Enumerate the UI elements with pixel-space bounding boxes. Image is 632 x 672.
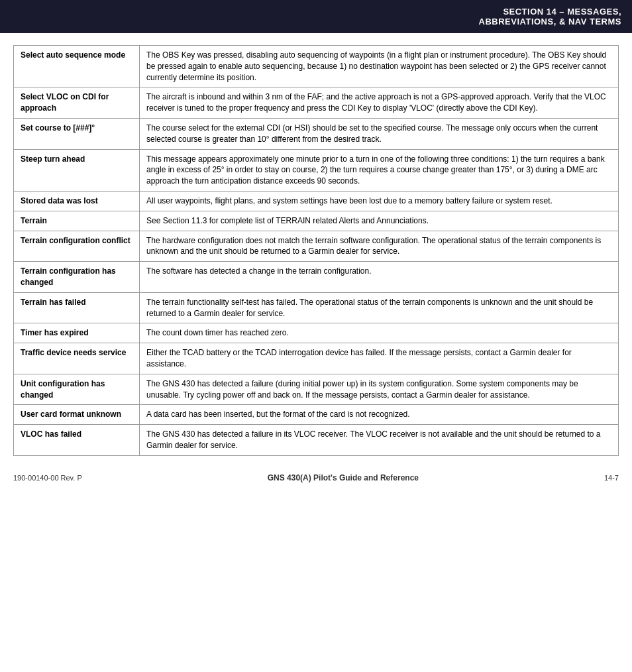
table-row: Select VLOC on CDI for approachThe aircr…: [14, 87, 619, 119]
table-row: VLOC has failedThe GNS 430 has detected …: [14, 425, 619, 456]
desc-cell: See Section 11.3 for complete list of TE…: [140, 211, 619, 231]
main-content: Select auto sequence modeThe OBS Key was…: [0, 33, 632, 463]
desc-cell: Either the TCAD battery or the TCAD inte…: [140, 343, 619, 374]
footer-right: 14-7: [604, 474, 619, 482]
table-row: Set course to [###]°The course select fo…: [14, 118, 619, 149]
table-row: Timer has expiredThe count down timer ha…: [14, 323, 619, 343]
table-row: Steep turn aheadThis message appears app…: [14, 149, 619, 191]
table-row: Terrain has failedThe terrain functional…: [14, 292, 619, 323]
term-cell: Select auto sequence mode: [14, 46, 140, 87]
desc-cell: This message appears approximately one m…: [140, 149, 619, 191]
header-line1: SECTION 14 – MESSAGES,: [11, 7, 621, 17]
desc-cell: The aircraft is inbound and within 3 nm …: [140, 87, 619, 119]
term-cell: Traffic device needs service: [14, 343, 140, 374]
term-cell: Timer has expired: [14, 323, 140, 343]
desc-cell: The hardware configuration does not matc…: [140, 231, 619, 262]
table-row: TerrainSee Section 11.3 for complete lis…: [14, 211, 619, 231]
term-cell: Terrain configuration has changed: [14, 262, 140, 293]
desc-cell: All user waypoints, flight plans, and sy…: [140, 191, 619, 211]
term-cell: Stored data was lost: [14, 191, 140, 211]
table-row: User card format unknownA data card has …: [14, 405, 619, 425]
table-row: Unit configuration has changedThe GNS 43…: [14, 374, 619, 405]
table-row: Terrain configuration conflictThe hardwa…: [14, 231, 619, 262]
term-cell: Unit configuration has changed: [14, 374, 140, 405]
table-row: Terrain configuration has changedThe sof…: [14, 262, 619, 293]
messages-table: Select auto sequence modeThe OBS Key was…: [13, 45, 619, 456]
desc-cell: The count down timer has reached zero.: [140, 323, 619, 343]
desc-cell: The OBS Key was pressed, disabling auto …: [140, 46, 619, 87]
header-line2: ABBREVIATIONS, & NAV TERMS: [11, 17, 621, 27]
desc-cell: The GNS 430 has detected a failure in it…: [140, 425, 619, 456]
term-cell: Terrain: [14, 211, 140, 231]
desc-cell: The GNS 430 has detected a failure (duri…: [140, 374, 619, 405]
desc-cell: The software has detected a change in th…: [140, 262, 619, 293]
header: SECTION 14 – MESSAGES, ABBREVIATIONS, & …: [0, 0, 632, 33]
term-cell: Select VLOC on CDI for approach: [14, 87, 140, 119]
term-cell: VLOC has failed: [14, 425, 140, 456]
term-cell: Terrain configuration conflict: [14, 231, 140, 262]
term-cell: User card format unknown: [14, 405, 140, 425]
term-cell: Terrain has failed: [14, 292, 140, 323]
desc-cell: The course select for the external CDI (…: [140, 118, 619, 149]
footer-left: 190-00140-00 Rev. P: [13, 474, 82, 482]
footer: 190-00140-00 Rev. P GNS 430(A) Pilot's G…: [0, 467, 632, 489]
term-cell: Set course to [###]°: [14, 118, 140, 149]
term-cell: Steep turn ahead: [14, 149, 140, 191]
table-row: Stored data was lostAll user waypoints, …: [14, 191, 619, 211]
footer-center: GNS 430(A) Pilot's Guide and Reference: [268, 473, 419, 482]
desc-cell: A data card has been inserted, but the f…: [140, 405, 619, 425]
table-row: Select auto sequence modeThe OBS Key was…: [14, 46, 619, 87]
table-row: Traffic device needs serviceEither the T…: [14, 343, 619, 374]
desc-cell: The terrain functionality self-test has …: [140, 292, 619, 323]
